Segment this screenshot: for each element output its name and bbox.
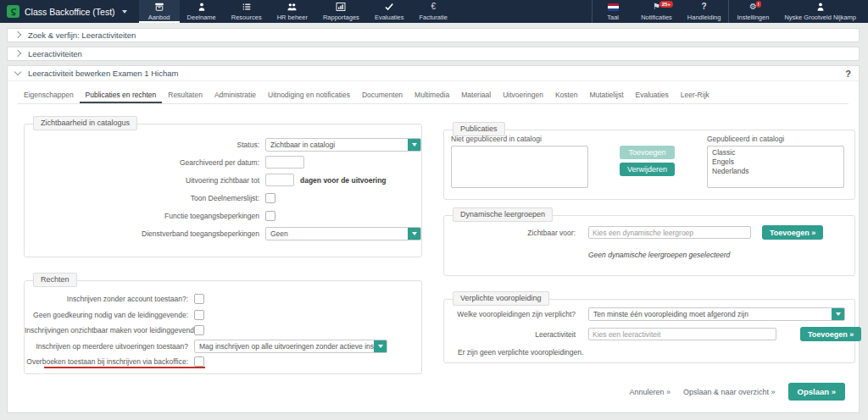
nav-hr-beheer[interactable]: HR beheer bbox=[270, 0, 315, 23]
visible-for-label: Zichtbaar voor: bbox=[444, 229, 581, 237]
status-value: Zichtbaar in catalogi bbox=[266, 139, 408, 151]
accordion-leeractiviteit-bewerken[interactable]: Leeractiviteit bewerken Examen 1 Hicham … bbox=[8, 66, 859, 81]
show-participants-checkbox[interactable] bbox=[265, 193, 275, 203]
fieldset-legend: Zichtbaarheid in catalogus bbox=[33, 116, 137, 130]
unpublished-listbox[interactable] bbox=[451, 146, 588, 188]
save-and-overview-button[interactable]: Opslaan & naar overzicht » bbox=[683, 388, 776, 396]
nav-instellingen[interactable]: ⚙ ! Instellingen bbox=[729, 0, 776, 23]
fieldset-legend: Rechten bbox=[33, 273, 77, 287]
nav-label: Facturatie bbox=[419, 14, 447, 21]
nav-evaluaties[interactable]: Evaluaties bbox=[367, 0, 412, 23]
visible-until-suffix: dagen voor de uitvoering bbox=[300, 176, 387, 185]
nav-taal[interactable]: Taal bbox=[593, 0, 633, 23]
euro-icon: € bbox=[431, 2, 436, 12]
nav-label: Rapportages bbox=[323, 14, 359, 21]
question-icon: ? bbox=[702, 2, 707, 12]
tab-uitvoeringen[interactable]: Uitvoeringen bbox=[497, 86, 549, 103]
accordion-title: Leeractiviteiten bbox=[28, 49, 82, 58]
select-caret-button[interactable] bbox=[408, 139, 420, 151]
chevron-right-icon bbox=[14, 31, 21, 38]
function-restrictions-label: Functie toegangsbeperkingen bbox=[25, 212, 265, 220]
add-publication-button[interactable]: Toevoegen bbox=[620, 146, 675, 159]
nav-user-account[interactable]: Nyske Grootveld Nijkamp bbox=[776, 0, 868, 23]
nav-label: Resources bbox=[231, 14, 262, 21]
flag-nl-icon bbox=[608, 2, 619, 12]
hide-registrations-checkbox[interactable] bbox=[194, 325, 204, 335]
employment-restrictions-select[interactable]: Geen bbox=[265, 227, 421, 240]
list-item[interactable]: Engels bbox=[712, 158, 839, 167]
hide-registrations-label: Inschrijvingen onzichtbaar maken voor le… bbox=[25, 326, 194, 334]
accordion-title: Zoek & verfijn: Leeractiviteiten bbox=[28, 30, 136, 40]
list-icon bbox=[242, 2, 252, 12]
visible-until-input[interactable] bbox=[265, 174, 294, 186]
prerequisites-fieldset: Verplichte vooropleiding Welke vooroplei… bbox=[443, 299, 855, 363]
tab-kosten[interactable]: Kosten bbox=[549, 86, 583, 103]
tab-bar: Eigenschappen Publicaties en rechten Res… bbox=[18, 86, 849, 104]
prerequisites-empty-text: Er zijn geen verplichte vooropleidingen. bbox=[458, 348, 583, 356]
publications-fieldset: Publicaties Niet gepubliceerd in catalog… bbox=[443, 130, 855, 200]
nav-facturatie[interactable]: € Facturatie bbox=[411, 0, 454, 23]
no-approval-label: Geen goedkeuring nodig van de leidinggev… bbox=[25, 311, 194, 319]
tab-leer-rijk[interactable]: Leer-Rijk bbox=[675, 86, 715, 103]
list-item[interactable]: Nederlands bbox=[712, 167, 839, 176]
remove-publication-button[interactable]: Verwijderen bbox=[620, 163, 675, 176]
overbook-label: Overboeken toestaan bij inschrijven via … bbox=[25, 357, 194, 366]
tab-uitnodiging-en-notificaties[interactable]: Uitnodiging en notificaties bbox=[262, 86, 356, 103]
activity-input[interactable] bbox=[588, 328, 776, 340]
dynamic-group-input[interactable] bbox=[588, 226, 751, 239]
people-icon bbox=[287, 2, 298, 12]
required-prereq-value: Ten minste één vooropleiding moet afgero… bbox=[589, 308, 832, 320]
warning-badge: ! bbox=[756, 1, 761, 8]
tab-administratie[interactable]: Administratie bbox=[209, 86, 262, 103]
tab-evaluaties[interactable]: Evaluaties bbox=[630, 86, 675, 103]
chevron-right-icon bbox=[14, 50, 21, 57]
select-caret-button[interactable] bbox=[374, 340, 387, 352]
overbook-checkbox[interactable] bbox=[194, 356, 204, 367]
add-dynamic-group-button[interactable]: Toevoegen » bbox=[762, 225, 823, 240]
check-icon bbox=[384, 2, 394, 12]
function-restrictions-checkbox[interactable] bbox=[265, 211, 275, 221]
fieldset-legend: Verplichte vooropleiding bbox=[453, 291, 549, 306]
tab-eigenschappen[interactable]: Eigenschappen bbox=[18, 86, 80, 103]
tab-documenten[interactable]: Documenten bbox=[356, 86, 409, 103]
help-icon[interactable]: ? bbox=[845, 69, 851, 79]
nav-deelname[interactable]: Deelname bbox=[180, 0, 224, 23]
nav-handleiding[interactable]: ? Handleiding bbox=[680, 0, 729, 23]
nav-label: Deelname bbox=[187, 14, 216, 21]
caret-down-icon bbox=[412, 232, 417, 235]
no-account-label: Inschrijven zonder account toestaan?: bbox=[25, 295, 194, 303]
select-caret-button[interactable] bbox=[832, 308, 844, 320]
select-caret-button[interactable] bbox=[408, 228, 420, 240]
nav-aanbod[interactable]: Aanbod bbox=[139, 0, 180, 23]
brand-label: Class Backoffice (Test) bbox=[25, 7, 115, 17]
multiple-executions-select[interactable]: Mag inschrijven op alle uitvoeringen zon… bbox=[194, 340, 387, 353]
main-nav: Aanbod Deelname Resources HR beheer Rapp… bbox=[139, 0, 455, 23]
save-button[interactable]: Opslaan » bbox=[788, 383, 845, 401]
nav-rapportages[interactable]: Rapportages bbox=[315, 0, 367, 23]
published-listbox[interactable]: Classic Engels Nederlands bbox=[707, 146, 844, 188]
caret-down-icon bbox=[378, 345, 383, 348]
nav-notificaties[interactable]: ⚑ 25+ Notificaties bbox=[633, 0, 680, 23]
status-select[interactable]: Zichtbaar in catalogi bbox=[265, 138, 421, 152]
tab-materiaal[interactable]: Materiaal bbox=[455, 86, 497, 103]
nav-label: Evaluaties bbox=[375, 14, 404, 21]
nav-resources[interactable]: Resources bbox=[224, 0, 270, 23]
cancel-button[interactable]: Annuleren » bbox=[629, 388, 670, 396]
tab-multimedia[interactable]: Multimedia bbox=[409, 86, 455, 103]
no-account-checkbox[interactable] bbox=[194, 294, 204, 304]
tab-resultaten[interactable]: Resultaten bbox=[162, 86, 209, 103]
archived-date-input[interactable] bbox=[265, 156, 304, 169]
unpublished-label: Niet gepubliceerd in catalogi bbox=[451, 135, 588, 143]
no-approval-checkbox[interactable] bbox=[194, 310, 204, 320]
tab-publicaties-en-rechten[interactable]: Publicaties en rechten bbox=[80, 86, 163, 103]
add-prerequisite-button[interactable]: Toevoegen » bbox=[800, 327, 861, 341]
tab-mutatielijst[interactable]: Mutatielijst bbox=[583, 86, 629, 103]
required-prereq-select[interactable]: Ten minste één vooropleiding moet afgero… bbox=[588, 307, 845, 321]
brand-menu[interactable]: Class Backoffice (Test) bbox=[0, 0, 136, 23]
employment-restrictions-value: Geen bbox=[266, 228, 408, 240]
nav-label: Aanbod bbox=[148, 14, 170, 21]
published-label: Gepubliceerd in catalogi bbox=[707, 135, 844, 143]
accordion-zoek-verfijn[interactable]: Zoek & verfijn: Leeractiviteiten bbox=[7, 28, 860, 42]
accordion-leeractiviteiten[interactable]: Leeractiviteiten bbox=[7, 47, 860, 61]
list-item[interactable]: Classic bbox=[712, 148, 839, 158]
